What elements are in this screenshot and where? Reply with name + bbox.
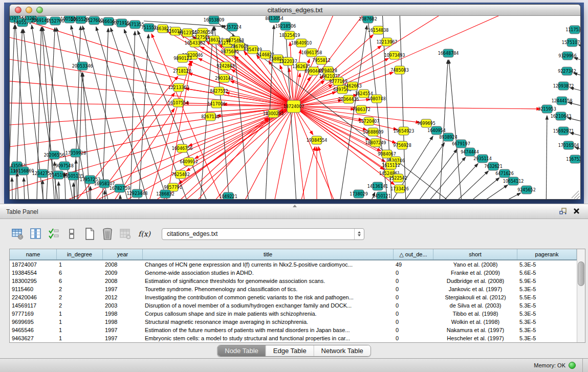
graph-node[interactable]: 7485083 — [390, 66, 409, 74]
table-cell[interactable]: 1997 — [103, 285, 143, 293]
tab-edge-table[interactable]: Edge Table — [266, 345, 314, 356]
table-cell[interactable]: 5.6E-5 — [517, 269, 577, 277]
column-header-pagerank[interactable]: pagerank — [517, 249, 577, 259]
graph-edge[interactable] — [179, 106, 294, 184]
node-table[interactable]: namein_degreeyeartitle△ out_de...shortpa… — [9, 249, 585, 343]
graph-edge[interactable] — [570, 87, 580, 95]
table-cell[interactable]: 1 — [57, 318, 103, 326]
table-cell[interactable]: 1 — [57, 310, 103, 318]
graph-edge[interactable] — [105, 190, 106, 199]
graph-node[interactable]: 15751074 — [562, 38, 580, 47]
graph-node[interactable]: 9329966 — [558, 52, 577, 60]
table-cell[interactable]: 2 — [57, 285, 103, 293]
graph-edge[interactable] — [90, 186, 92, 199]
table-cell[interactable]: 9699695 — [10, 318, 57, 326]
table-cell[interactable]: Tourette syndrome. Phenomenology and cla… — [143, 285, 394, 293]
table-cell[interactable]: 2012 — [103, 293, 143, 301]
graph-node[interactable]: 19654923 — [394, 127, 415, 135]
table-row[interactable]: 1872400712008Changes of HCN gene express… — [10, 260, 585, 269]
graph-node[interactable]: 14136141 — [367, 182, 388, 190]
graph-edge[interactable] — [574, 58, 580, 65]
graph-edge[interactable] — [294, 106, 307, 199]
table-cell[interactable]: 2008 — [103, 260, 143, 269]
table-cell[interactable]: Disruption of a novel member of a sodium… — [143, 301, 394, 310]
graph-node[interactable]: 2087682 — [359, 16, 377, 23]
graph-node[interactable]: 6471626 — [495, 169, 514, 178]
scrollbar-thumb[interactable] — [578, 261, 584, 286]
graph-node[interactable]: 18640910 — [291, 39, 312, 47]
network-window[interactable]: citations_edges.txt 18724007746382291601… — [9, 4, 581, 200]
table-cell[interactable]: 9115460 — [10, 285, 57, 293]
graph-edge[interactable] — [578, 45, 580, 52]
graph-edge[interactable] — [231, 70, 294, 106]
table-cell[interactable]: Estimation of significance thresholds fo… — [143, 277, 394, 285]
graph-edge[interactable] — [294, 106, 342, 199]
graph-node[interactable]: 9474444 — [461, 148, 479, 156]
row-height-button[interactable] — [65, 227, 78, 240]
table-cell[interactable]: 9777169 — [10, 310, 57, 318]
table-cell[interactable]: Franke et al. (2009) — [433, 269, 517, 277]
delete-table-button[interactable] — [101, 227, 114, 240]
table-row[interactable]: 1938455462009Genome-wide association stu… — [10, 269, 585, 277]
graph-edge[interactable] — [12, 178, 13, 199]
table-cell[interactable]: Changes of HCN gene expression and I(f) … — [143, 260, 394, 269]
graph-edge[interactable] — [318, 147, 337, 199]
graph-edge[interactable] — [573, 73, 580, 80]
import-table-button-disabled[interactable] — [119, 227, 132, 240]
graph-node[interactable]: 12213967 — [377, 38, 398, 46]
column-header-in_degree[interactable]: in_degree — [57, 249, 103, 259]
graph-edge[interactable] — [188, 73, 294, 106]
graph-node[interactable]: 9699695 — [417, 119, 435, 127]
graph-node[interactable]: 9097548 — [55, 162, 74, 170]
table-cell[interactable]: 1997 — [103, 326, 143, 334]
graph-node[interactable]: 19218506 — [275, 22, 296, 30]
table-cell[interactable]: Embryonic stem cells: a model to study s… — [143, 334, 394, 342]
graph-edge[interactable] — [570, 133, 580, 140]
graph-edge[interactable] — [42, 180, 43, 199]
graph-edge[interactable] — [58, 182, 60, 199]
table-cell[interactable]: 18300295 — [10, 277, 57, 285]
table-cell[interactable]: 2 — [57, 301, 103, 310]
table-cell[interactable]: 9463627 — [10, 334, 57, 342]
graph-edge[interactable] — [437, 171, 489, 199]
graph-edge[interactable] — [426, 164, 478, 199]
table-row[interactable]: 969969511998Structural magnetic resonanc… — [10, 318, 585, 326]
table-cell[interactable]: 5.3E-5 — [517, 301, 577, 310]
graph-edge[interactable] — [294, 106, 397, 129]
graph-edge[interactable] — [470, 193, 521, 199]
table-cell[interactable]: 5.3E-5 — [517, 326, 577, 334]
function-builder-button[interactable]: f(x) — [137, 227, 152, 240]
graph-node[interactable]: 8938924 — [439, 133, 458, 141]
graph-edge[interactable] — [17, 172, 19, 199]
table-cell[interactable]: 0 — [394, 310, 433, 318]
table-row[interactable]: 911546021997Tourette syndrome. Phenomeno… — [10, 285, 585, 293]
graph-node[interactable]: 7625402 — [171, 170, 190, 179]
graph-edge[interactable] — [111, 28, 173, 199]
memory-ok-led-icon[interactable] — [569, 362, 576, 369]
column-header-year[interactable]: year — [103, 249, 143, 259]
graph-edge[interactable] — [449, 60, 463, 199]
graph-node[interactable]: 20053346 — [72, 62, 93, 70]
table-cell[interactable]: 2003 — [103, 301, 143, 310]
graph-node[interactable]: 9227342 — [558, 67, 576, 75]
tab-network-table[interactable]: Network Table — [314, 345, 371, 356]
column-header-title[interactable]: title — [143, 249, 394, 259]
graph-node[interactable]: 15720407 — [359, 117, 380, 125]
close-panel-button[interactable] — [571, 207, 582, 217]
graph-edge[interactable] — [569, 102, 580, 110]
table-cell[interactable]: 0 — [394, 285, 433, 293]
table-cell[interactable]: 2009 — [103, 269, 143, 277]
graph-node[interactable]: 6409912 — [180, 158, 198, 166]
graph-node[interactable]: 16961758 — [301, 49, 322, 57]
table-cell[interactable]: Dudbridge et al. (2008) — [433, 277, 517, 285]
graph-node[interactable]: 3215953 — [538, 105, 556, 113]
table-cell[interactable]: Investigating the contribution of common… — [143, 293, 394, 301]
window-titlebar[interactable]: citations_edges.txt — [10, 5, 580, 16]
graph-edge[interactable] — [405, 149, 457, 199]
graph-node[interactable]: 16053809 — [204, 16, 225, 24]
table-cell[interactable]: 18724007 — [10, 260, 57, 269]
column-header-short[interactable]: short — [433, 249, 517, 259]
tab-node-table[interactable]: Node Table — [217, 345, 266, 356]
graph-edge[interactable] — [189, 61, 294, 106]
graph-node[interactable]: 18325419 — [279, 31, 300, 39]
